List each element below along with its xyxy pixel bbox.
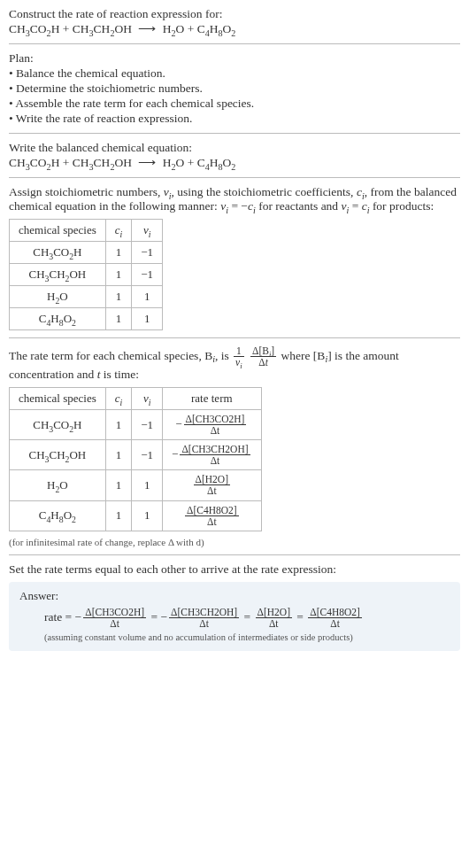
text: for reactants and xyxy=(256,199,342,213)
plan-item: • Assemble the rate term for each chemic… xyxy=(9,97,460,111)
divider xyxy=(9,43,460,44)
plan-item: • Determine the stoichiometric numbers. xyxy=(9,81,460,96)
cell-c: 1 xyxy=(105,470,132,500)
fraction: Δ[CH3CH2OH]Δt xyxy=(169,607,239,629)
stoich-intro: Assign stoichiometric numbers, νi, using… xyxy=(9,185,460,213)
text: = xyxy=(349,199,361,213)
cell-v: 1 xyxy=(132,286,163,308)
fraction: Δ[CH3CH2OH]Δt xyxy=(180,444,250,466)
fraction-dBi-dt: Δ[Bi] Δt xyxy=(250,345,276,368)
minus: − xyxy=(75,609,82,623)
minus: − xyxy=(175,417,181,430)
rate-term-block: The rate term for each chemical species,… xyxy=(9,345,460,547)
balanced-heading: Write the balanced chemical equation: xyxy=(9,141,460,155)
col-v: νi xyxy=(132,388,163,410)
species-ch3co2h: CH3CO2H xyxy=(9,22,59,35)
cell-v: −1 xyxy=(132,410,163,440)
fraction-one-over-nu: 1 νi xyxy=(234,345,244,368)
balanced-equation: CH3CO2H + CH3CH2OH ⟶ H2O + C4H8O2 xyxy=(9,155,460,170)
cell-species: H2O xyxy=(10,470,106,500)
cell-rate-term: −Δ[CH3CH2OH]Δt xyxy=(163,440,261,470)
cell-v: 1 xyxy=(132,500,163,531)
table-row: CH3CO2H 1 −1 −Δ[CH3CO2H]Δt xyxy=(10,410,262,440)
nu-eq: νi xyxy=(342,199,350,213)
plan-item: • Write the rate of reaction expression. xyxy=(9,112,460,126)
text: , is xyxy=(215,349,232,362)
equals: = xyxy=(241,609,253,623)
divider xyxy=(9,554,460,555)
answer-label: Answer: xyxy=(19,589,450,603)
species-h2o: H2O xyxy=(163,22,185,35)
plus: + xyxy=(63,156,73,169)
cell-c: 1 xyxy=(105,308,132,330)
text: The rate term for each chemical species,… xyxy=(9,349,212,362)
fraction: Δ[C4H8O2]Δt xyxy=(185,505,239,527)
text: where [B xyxy=(281,349,326,362)
intro-prompt: Construct the rate of reaction expressio… xyxy=(9,7,460,21)
cell-c: 1 xyxy=(105,242,132,264)
cell-species: CH3CO2H xyxy=(10,242,106,264)
text: , using the stoichiometric coefficients, xyxy=(172,185,357,198)
c-symbol: ci xyxy=(362,199,370,213)
table-row: H2O 1 1 Δ[H2O]Δt xyxy=(10,470,262,500)
minus: − xyxy=(172,447,178,461)
cell-species: CH3CO2H xyxy=(10,410,106,440)
cell-species: H2O xyxy=(10,286,106,308)
cell-species: CH3CH2OH xyxy=(10,440,106,470)
cell-rate-term: Δ[H2O]Δt xyxy=(163,470,261,500)
col-c: ci xyxy=(105,220,132,242)
fraction: Δ[CH3CO2H]Δt xyxy=(184,414,247,436)
plus: + xyxy=(63,22,73,35)
balanced-block: Write the balanced chemical equation: CH… xyxy=(9,141,460,170)
divider xyxy=(9,177,460,178)
text: for products: xyxy=(370,199,434,213)
species-ch3co2h: CH3CO2H xyxy=(9,156,59,169)
intro-block: Construct the rate of reaction expressio… xyxy=(9,7,460,36)
table-row: CH3CH2OH 1 −1 xyxy=(10,264,163,286)
cell-species: CH3CH2OH xyxy=(10,264,106,286)
cell-species: C4H8O2 xyxy=(10,308,106,330)
fraction: Δ[H2O]Δt xyxy=(194,474,230,496)
fraction: Δ[CH3CO2H]Δt xyxy=(83,607,146,629)
divider xyxy=(9,337,460,338)
species-c4h8o2: C4H8O2 xyxy=(197,156,236,169)
intro-equation: CH3CO2H + CH3CH2OH ⟶ H2O + C4H8O2 xyxy=(9,21,460,36)
cell-species: C4H8O2 xyxy=(10,500,106,531)
answer-box: Answer: rate = −Δ[CH3CO2H]Δt = −Δ[CH3CH2… xyxy=(9,582,460,651)
fraction: Δ[C4H8O2]Δt xyxy=(308,607,362,629)
plan-heading: Plan: xyxy=(9,51,460,66)
text: is time: xyxy=(100,368,139,381)
minus: − xyxy=(160,609,167,623)
cell-v: −1 xyxy=(132,264,163,286)
col-species: chemical species xyxy=(10,220,106,242)
equals: = xyxy=(294,609,306,623)
cell-v: 1 xyxy=(132,308,163,330)
species-h2o: H2O xyxy=(163,156,185,169)
rate-expression: rate = −Δ[CH3CO2H]Δt = −Δ[CH3CH2OH]Δt = … xyxy=(19,607,450,629)
text: Assign stoichiometric numbers, xyxy=(9,185,164,198)
infinitesimal-note: (for infinitesimal rate of change, repla… xyxy=(9,537,460,547)
rate-word: rate xyxy=(44,609,62,623)
table-row: C4H8O2 1 1 xyxy=(10,308,163,330)
species-c4h8o2: C4H8O2 xyxy=(197,22,236,35)
nu-symbol: νi xyxy=(164,185,172,198)
cell-rate-term: −Δ[CH3CO2H]Δt xyxy=(163,410,261,440)
table-row: H2O 1 1 xyxy=(10,286,163,308)
equals: = xyxy=(148,609,160,623)
stoich-block: Assign stoichiometric numbers, νi, using… xyxy=(9,185,460,330)
c-symbol: ci xyxy=(248,199,256,213)
cell-c: 1 xyxy=(105,264,132,286)
cell-c: 1 xyxy=(105,410,132,440)
text: = − xyxy=(228,199,248,213)
plus: + xyxy=(188,156,197,169)
plus: + xyxy=(188,22,197,35)
nu-eq: νi xyxy=(220,199,228,213)
col-rate-term: rate term xyxy=(163,388,261,410)
cell-v: 1 xyxy=(132,470,163,500)
final-block: Set the rate terms equal to each other t… xyxy=(9,562,460,651)
fraction: Δ[H2O]Δt xyxy=(256,607,292,629)
plan-block: Plan: • Balance the chemical equation. •… xyxy=(9,51,460,126)
col-v: νi xyxy=(132,220,163,242)
col-species: chemical species xyxy=(10,388,106,410)
cell-v: −1 xyxy=(132,440,163,470)
